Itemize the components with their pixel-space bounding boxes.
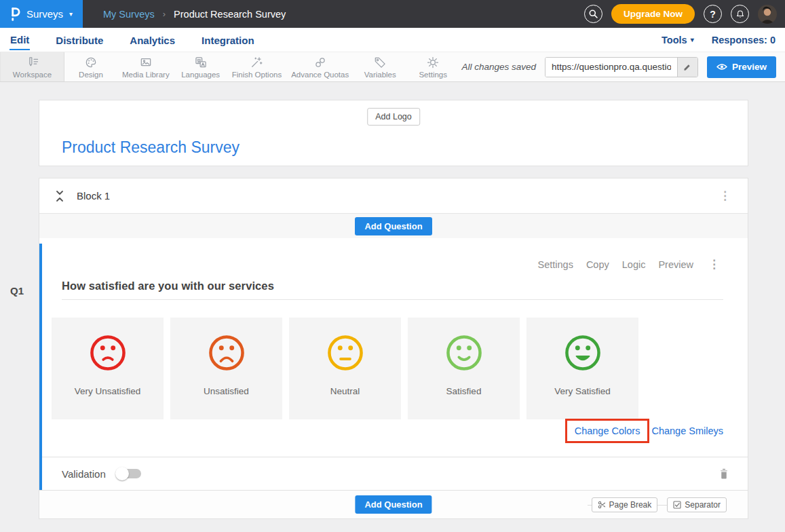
eye-icon (716, 63, 727, 71)
variables-tag-icon (373, 56, 387, 69)
breadcrumb-current: Product Research Survey (174, 9, 286, 20)
toolbar-item-design[interactable]: Design (64, 52, 117, 81)
add-logo-button[interactable]: Add Logo (367, 108, 420, 126)
rating-option-label: Very Satisfied (554, 386, 611, 396)
smiley-icon (563, 333, 602, 373)
spacer (39, 238, 748, 244)
add-question-row-top: Add Question (39, 214, 748, 238)
question-logic-link[interactable]: Logic (622, 259, 646, 270)
change-smileys-link[interactable]: Change Smileys (651, 425, 723, 436)
breadcrumb: My Surveys › Product Research Survey (103, 9, 286, 20)
languages-icon (194, 56, 208, 69)
tools-menu[interactable]: Tools ▾ (662, 35, 694, 45)
caret-down-icon: ▾ (691, 36, 694, 43)
question-actions: Settings Copy Logic Preview ⋮ (537, 257, 723, 271)
smiley-links: Change Colors Change Smileys (565, 419, 723, 443)
avatar-photo (758, 5, 777, 24)
page-break-button[interactable]: Page Break (592, 497, 658, 512)
toolbar-item-finish-options[interactable]: Finish Options (227, 52, 287, 81)
search-icon (588, 9, 598, 19)
upgrade-now-button[interactable]: Upgrade Now (611, 4, 695, 24)
responses-count: Responses: 0 (712, 35, 776, 45)
toolbar-item-advance-quotas[interactable]: Advance Quotas (286, 52, 353, 81)
tools-label: Tools (662, 35, 687, 45)
collapse-icon[interactable] (54, 189, 65, 203)
survey-title[interactable]: Product Research Survey (62, 138, 240, 157)
rating-option[interactable]: Neutral (289, 318, 401, 419)
survey-nav: Edit Distribute Analytics Integration To… (0, 28, 785, 52)
notifications-button[interactable] (731, 5, 749, 23)
tab-integration[interactable]: Integration (201, 31, 255, 50)
caret-down-icon: ▾ (69, 10, 73, 18)
survey-header-card: Add Logo Product Research Survey (39, 100, 748, 166)
media-library-icon (139, 56, 153, 69)
rating-option[interactable]: Very Unsatisfied (52, 318, 164, 419)
workspace-icon (26, 56, 39, 69)
smiley-icon (326, 333, 365, 373)
preview-button[interactable]: Preview (707, 56, 776, 78)
add-question-button-top[interactable]: Add Question (355, 217, 432, 235)
toolbar-item-languages[interactable]: Languages (174, 52, 227, 81)
toolbar-item-workspace[interactable]: Workspace (0, 52, 64, 81)
help-icon: ? (710, 9, 716, 20)
toggle-knob (115, 467, 129, 480)
trash-icon (718, 467, 730, 480)
bell-icon (735, 9, 746, 20)
top-navbar: Surveys ▾ My Surveys › Product Research … (0, 0, 785, 28)
save-status: All changes saved (461, 62, 536, 72)
smiley-icon (88, 333, 128, 373)
question-text[interactable]: How satisfied are you with our services (62, 280, 274, 292)
toolbar-item-media-library[interactable]: Media Library (117, 52, 174, 81)
toolbar-item-settings[interactable]: Settings (406, 52, 459, 81)
questionpro-logo-icon (10, 7, 20, 22)
question-preview-link[interactable]: Preview (658, 259, 693, 270)
question-settings-link[interactable]: Settings (537, 259, 573, 270)
toolbar-item-label: Languages (181, 71, 220, 79)
edit-url-button[interactable] (677, 58, 697, 77)
advance-quotas-links-icon (313, 56, 327, 69)
block-kebab-menu-icon[interactable]: ⋮ (716, 189, 734, 203)
brand-menu[interactable]: Surveys ▾ (0, 0, 83, 28)
separator-button[interactable]: Separator (667, 497, 727, 512)
rating-option-label: Unsatisfied (204, 386, 249, 396)
delete-question-button[interactable] (718, 467, 730, 480)
toolbar-item-label: Settings (419, 71, 447, 79)
question-text-underline (62, 299, 723, 300)
avatar[interactable] (758, 5, 777, 24)
tab-analytics[interactable]: Analytics (129, 31, 176, 50)
validation-toggle[interactable] (117, 469, 141, 478)
tab-distribute[interactable]: Distribute (55, 31, 104, 50)
preview-label: Preview (732, 62, 767, 72)
add-question-button-bottom[interactable]: Add Question (355, 495, 432, 514)
help-button[interactable]: ? (704, 5, 722, 23)
search-button[interactable] (584, 5, 602, 23)
breadcrumb-parent[interactable]: My Surveys (103, 9, 155, 20)
block-footer: Add Question Page Break Separator (39, 490, 748, 518)
rating-option[interactable]: Unsatisfied (170, 318, 282, 419)
nav-right: Tools ▾ Responses: 0 (662, 35, 776, 45)
smiley-icon (207, 333, 246, 373)
settings-gear-icon (426, 56, 440, 69)
toolbar-item-label: Workspace (13, 71, 52, 79)
change-colors-link[interactable]: Change Colors (575, 425, 640, 436)
smiley-icon (444, 333, 484, 373)
question-copy-link[interactable]: Copy (586, 259, 609, 270)
question-card: Settings Copy Logic Preview ⋮ How satisf… (39, 244, 748, 490)
separator-label: Separator (685, 500, 721, 510)
block-title[interactable]: Block 1 (77, 190, 110, 202)
rating-option[interactable]: Satisfied (408, 318, 520, 419)
tab-edit[interactable]: Edit (9, 30, 30, 50)
block-card: Block 1 ⋮ Add Question Settings Copy Log… (39, 178, 748, 519)
question-kebab-menu-icon[interactable]: ⋮ (705, 257, 723, 271)
checkbox-icon (673, 501, 681, 509)
block-header: Block 1 ⋮ (39, 178, 748, 214)
toolbar-item-label: Advance Quotas (291, 71, 349, 79)
toolbar-item-label: Media Library (122, 71, 170, 79)
survey-url-input[interactable] (545, 58, 677, 77)
breadcrumb-separator-icon: › (163, 9, 166, 19)
page-break-label: Page Break (609, 500, 652, 510)
rating-option-label: Very Unsatisfied (75, 386, 141, 396)
rating-option[interactable]: Very Satisfied (526, 318, 638, 419)
toolbar-item-variables[interactable]: Variables (353, 52, 406, 81)
toolbar-item-label: Design (79, 71, 103, 79)
